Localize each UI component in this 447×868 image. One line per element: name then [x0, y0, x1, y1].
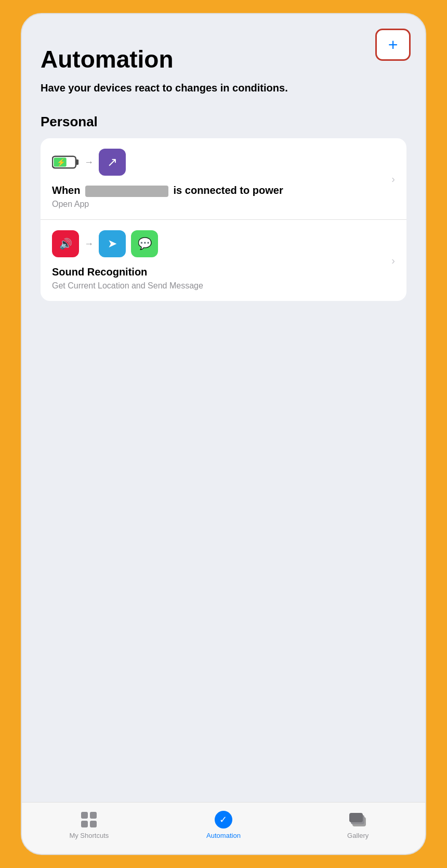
automation-tab-icon: ✓	[215, 811, 232, 828]
send-icon: ➤	[108, 237, 117, 251]
svg-rect-1	[76, 160, 78, 165]
tab-gallery[interactable]: Gallery	[332, 811, 384, 839]
add-automation-button[interactable]: +	[375, 29, 411, 61]
check-circle-icon: ✓	[215, 811, 232, 828]
battery-icon: ⚡	[52, 154, 79, 170]
svg-rect-6	[349, 813, 363, 822]
chat-bubble-icon: 💬	[138, 237, 152, 251]
page-title: Automation	[41, 45, 406, 73]
redirect-icon: ↗	[107, 155, 117, 169]
tab-automation-label: Automation	[206, 832, 241, 839]
page-subtitle: Have your devices react to changes in co…	[41, 81, 406, 95]
phone-frame: + Automation Have your devices react to …	[21, 13, 426, 855]
icon-row: ⚡ → ↗	[52, 149, 395, 176]
messages-icon: 💬	[131, 230, 158, 257]
list-item[interactable]: ⚡ → ↗ When is connected to power Open Ap…	[41, 138, 406, 220]
tab-automation[interactable]: ✓ Automation	[198, 811, 249, 839]
gallery-icon-container	[349, 811, 367, 828]
tab-bar: My Shortcuts ✓ Automation Gallery	[22, 802, 425, 854]
content-area: + Automation Have your devices react to …	[22, 14, 425, 802]
tab-my-shortcuts-label: My Shortcuts	[69, 832, 109, 839]
redacted-text	[85, 186, 168, 197]
my-shortcuts-icon	[80, 811, 98, 828]
chevron-icon: ›	[391, 255, 395, 267]
telegram-icon: ➤	[99, 230, 126, 257]
list-item[interactable]: 🔊 → ➤ 💬 Sound Recognition Get Current Lo…	[41, 220, 406, 301]
automation-item-title: When is connected to power	[52, 183, 395, 198]
automation-item-title: Sound Recognition	[52, 265, 395, 279]
arrow-icon: →	[84, 157, 94, 168]
add-button-container: +	[375, 29, 411, 61]
section-title: Personal	[41, 114, 406, 130]
chevron-icon: ›	[391, 173, 395, 185]
icon-row: 🔊 → ➤ 💬	[52, 230, 395, 257]
arrow-icon: →	[84, 239, 94, 249]
plus-icon: +	[388, 35, 398, 55]
automation-item-subtitle: Open App	[52, 200, 395, 209]
automation-card: ⚡ → ↗ When is connected to power Open Ap…	[41, 138, 406, 301]
automation-item-subtitle: Get Current Location and Send Message	[52, 281, 395, 291]
svg-text:⚡: ⚡	[57, 158, 66, 167]
sound-wave-icon: 🔊	[59, 238, 72, 250]
tab-my-shortcuts[interactable]: My Shortcuts	[63, 811, 115, 839]
tab-gallery-label: Gallery	[347, 832, 369, 839]
redirect-app-icon: ↗	[99, 149, 126, 176]
sound-recognition-icon: 🔊	[52, 230, 79, 257]
